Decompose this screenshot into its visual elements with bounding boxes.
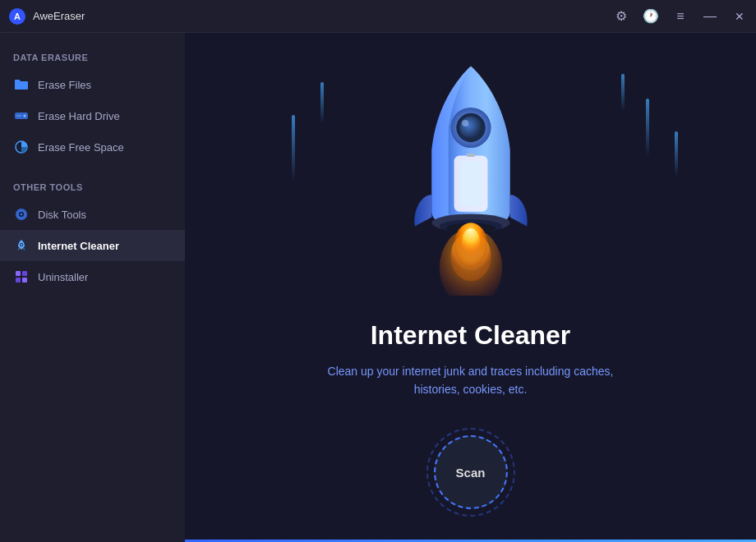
rocket-illustration (185, 33, 756, 312)
main-title: Internet Cleaner (371, 320, 571, 351)
sidebar-item-erase-hard-drive[interactable]: Erase Hard Drive (0, 100, 185, 131)
sidebar-item-internet-cleaner[interactable]: Internet Cleaner (0, 230, 185, 261)
apps-icon (13, 269, 30, 285)
erase-free-space-label: Erase Free Space (38, 141, 124, 154)
disk-tools-label: Disk Tools (38, 209, 86, 221)
minimize-icon[interactable]: — (702, 8, 718, 25)
svg-rect-14 (22, 278, 27, 282)
sidebar-item-erase-files[interactable]: Erase Files (0, 69, 185, 100)
close-icon[interactable]: ✕ (731, 8, 748, 25)
desc-line2: histories, cookies, etc. (414, 383, 528, 396)
drive-icon (13, 108, 30, 124)
sidebar-item-disk-tools[interactable]: Disk Tools (0, 199, 185, 230)
scan-btn-container: Scan (434, 435, 508, 509)
svg-rect-23 (466, 154, 475, 157)
other-tools-label: OTHER TOOLS (0, 182, 185, 192)
settings-icon[interactable]: ⚙ (613, 8, 629, 25)
main-panel: Internet Cleaner Clean up your internet … (185, 33, 756, 542)
title-bar: A AweEraser ⚙ 🕐 ≡ — ✕ (0, 0, 756, 33)
sidebar-item-uninstaller[interactable]: Uninstaller (0, 261, 185, 292)
app-logo-icon: A (8, 7, 26, 25)
signal-bar-1 (292, 115, 295, 181)
main-content: DATA ERASURE Erase Files Erase Hard Driv… (0, 33, 756, 542)
title-bar-left: A AweEraser (8, 7, 85, 25)
uninstaller-label: Uninstaller (38, 271, 88, 283)
menu-icon[interactable]: ≡ (672, 8, 689, 25)
svg-point-21 (459, 117, 482, 139)
signal-bar-3 (646, 99, 649, 156)
internet-cleaner-label: Internet Cleaner (38, 240, 119, 252)
pie-icon (13, 139, 30, 155)
data-erasure-label: DATA ERASURE (0, 53, 185, 62)
svg-point-22 (462, 120, 468, 126)
history-icon[interactable]: 🕐 (643, 8, 659, 25)
svg-point-8 (21, 214, 22, 215)
sidebar-item-erase-free-space[interactable]: Erase Free Space (0, 131, 185, 163)
svg-point-28 (462, 228, 480, 255)
svg-point-3 (24, 115, 26, 117)
rocket-icon (13, 237, 30, 254)
main-description: Clean up your internet junk and traces i… (328, 362, 614, 399)
svg-rect-12 (22, 271, 27, 276)
erase-hard-drive-label: Erase Hard Drive (38, 110, 120, 122)
sidebar: DATA ERASURE Erase Files Erase Hard Driv… (0, 33, 185, 542)
svg-rect-13 (16, 278, 21, 282)
title-bar-controls: ⚙ 🕐 ≡ — ✕ (613, 8, 748, 25)
signal-bar-2 (320, 82, 324, 123)
disk-icon (13, 206, 30, 223)
svg-rect-11 (16, 271, 21, 276)
erase-files-label: Erase Files (38, 79, 91, 91)
desc-line1: Clean up your internet junk and traces i… (328, 365, 614, 378)
svg-rect-4 (16, 115, 21, 117)
rocket-svg (380, 49, 561, 296)
svg-text:A: A (14, 11, 21, 21)
signal-bar-4 (621, 74, 625, 111)
folder-icon (13, 76, 30, 93)
svg-point-10 (21, 244, 22, 246)
app-title: AweEraser (33, 10, 85, 22)
svg-rect-18 (459, 161, 482, 206)
scan-button[interactable]: Scan (434, 435, 508, 509)
signal-bar-5 (675, 131, 678, 177)
